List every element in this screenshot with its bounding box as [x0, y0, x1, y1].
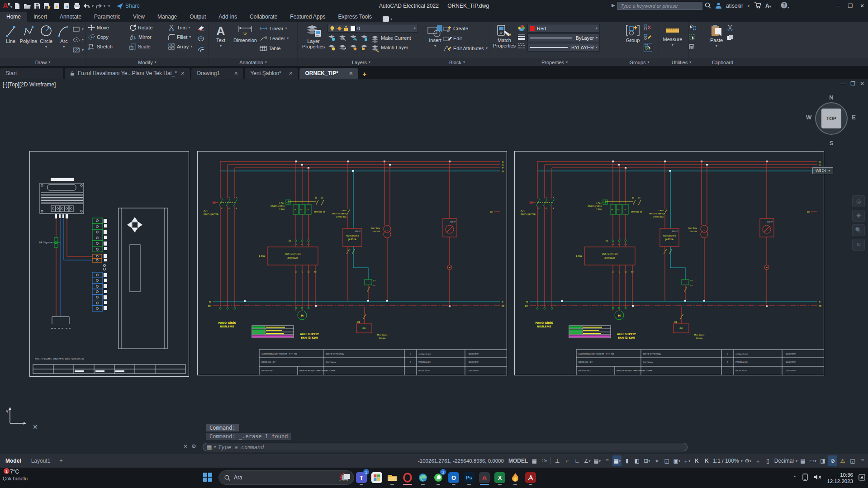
- tray-expand-icon[interactable]: ⌃: [793, 475, 797, 480]
- snap-toggle[interactable]: ∷▾: [540, 455, 549, 466]
- layer-freeze-chip-icon[interactable]: [349, 35, 357, 41]
- clock[interactable]: 10:36 12.12.2023: [827, 472, 853, 484]
- flame-app-icon[interactable]: [509, 470, 521, 485]
- new-tab-button[interactable]: +: [362, 70, 366, 79]
- lineweight-icon[interactable]: [517, 34, 526, 40]
- recent-commands-icon[interactable]: ▾: [214, 445, 216, 449]
- linetype-icon[interactable]: [517, 43, 526, 49]
- tab-home[interactable]: Home: [0, 12, 27, 22]
- mirror-button[interactable]: Mirror: [129, 33, 168, 41]
- search-collapse-icon[interactable]: ▶: [612, 3, 615, 8]
- tab-addins[interactable]: Add-ins: [212, 12, 243, 22]
- plot-icon[interactable]: [72, 1, 82, 10]
- match-layer-button[interactable]: Match Layer: [371, 43, 408, 52]
- undo-icon[interactable]: [82, 1, 92, 10]
- explode-icon[interactable]: [197, 34, 205, 43]
- ellipse-tool-icon[interactable]: ▾: [73, 35, 84, 44]
- draw-panel-label[interactable]: Draw▾: [0, 58, 86, 66]
- dynamic-ucs-toggle[interactable]: ◱: [662, 455, 671, 466]
- save-icon[interactable]: [32, 1, 42, 10]
- new-file-icon[interactable]: [12, 1, 22, 10]
- array-button[interactable]: Array▾: [168, 42, 197, 51]
- customize-command-icon[interactable]: ⚙: [191, 443, 196, 450]
- groups-panel-label[interactable]: Groups▾: [620, 58, 659, 66]
- gizmo-toggle[interactable]: ＋▾: [682, 455, 691, 466]
- selection-cycling-toggle[interactable]: ⊞▾: [642, 455, 651, 466]
- tab-view[interactable]: View: [127, 12, 151, 22]
- viewcube-top-face[interactable]: TOP: [821, 109, 841, 128]
- measure-button[interactable]: Measure▾: [661, 23, 684, 48]
- copy-clip-icon[interactable]: [727, 34, 733, 43]
- ortho-toggle[interactable]: ∟: [573, 455, 582, 466]
- tab-express-tools[interactable]: Express Tools: [332, 12, 378, 22]
- teams-icon[interactable]: T1: [356, 470, 367, 485]
- task-view-icon[interactable]: [340, 470, 352, 485]
- viewcube-east[interactable]: E: [852, 114, 856, 121]
- restore-button[interactable]: ❐: [844, 0, 856, 11]
- close-tab-icon[interactable]: ✕: [234, 71, 238, 76]
- file-tab-ornek-tip[interactable]: ORNEK_TIP*✕: [299, 68, 358, 79]
- start-button[interactable]: [203, 472, 213, 484]
- viewcube-west[interactable]: W: [806, 114, 811, 121]
- create-block-button[interactable]: Create: [443, 24, 488, 33]
- erase-icon[interactable]: [197, 24, 205, 33]
- autocad-logo-icon[interactable]: AE▾: [3, 2, 12, 10]
- quick-properties-icon[interactable]: ▤: [798, 455, 807, 466]
- lineweight-select[interactable]: ByLayer▾: [527, 33, 600, 42]
- annotation-visibility-toggle[interactable]: 𝐊: [692, 455, 701, 466]
- circle-button[interactable]: Circle▾: [38, 23, 55, 50]
- layer-off-icon[interactable]: [327, 44, 336, 51]
- new-layout-button[interactable]: +: [55, 458, 67, 464]
- layer-match-icon[interactable]: [338, 44, 346, 51]
- app-store-icon[interactable]: A▾: [765, 3, 771, 9]
- infer-constraints-toggle[interactable]: ⊥: [553, 455, 562, 466]
- ungroup-icon[interactable]: [644, 24, 652, 32]
- linetype-select[interactable]: BYLAYER▾: [527, 43, 600, 52]
- outlook-icon[interactable]: O: [448, 470, 460, 485]
- layer-select[interactable]: 0 ▾: [327, 24, 418, 33]
- drawing-canvas[interactable]: [-][Top][2D Wireframe] — ❐ ✕ .wf{stroke:…: [0, 79, 868, 454]
- autocad-taskbar-icon[interactable]: A: [479, 470, 490, 485]
- select-similar-icon[interactable]: [689, 33, 697, 42]
- close-command-icon[interactable]: ✕: [183, 443, 188, 450]
- acrobat-icon[interactable]: [525, 470, 536, 485]
- match-properties-button[interactable]: Match Properties: [491, 23, 517, 48]
- tab-collaborate[interactable]: Collaborate: [243, 12, 284, 22]
- modify-panel-label[interactable]: Modify▾: [86, 58, 209, 66]
- tab-manage[interactable]: Manage: [151, 12, 183, 22]
- excel-icon[interactable]: X: [494, 470, 506, 485]
- layer-properties-button[interactable]: Layer Properties: [299, 23, 327, 49]
- customization-icon[interactable]: ≡: [858, 455, 867, 466]
- arc-button[interactable]: Arc▾: [55, 23, 73, 50]
- cut-icon[interactable]: [727, 24, 733, 33]
- quick-access-customize-icon[interactable]: ▾: [108, 4, 110, 8]
- leader-button[interactable]: Leader▾: [260, 34, 289, 43]
- layer-thaw-icon[interactable]: [349, 44, 357, 51]
- notification-center-icon[interactable]: [859, 474, 865, 482]
- orbit-icon[interactable]: ↻: [852, 239, 865, 251]
- close-button[interactable]: ✕: [856, 0, 868, 11]
- share-button[interactable]: Share: [116, 3, 140, 9]
- stretch-button[interactable]: Stretch: [88, 42, 129, 51]
- cart-icon[interactable]: [754, 2, 761, 10]
- offset-icon[interactable]: [197, 45, 205, 53]
- hardware-acceleration-icon[interactable]: ⊘: [828, 455, 837, 466]
- fillet-button[interactable]: Fillet▾: [168, 33, 197, 41]
- layers-panel-label[interactable]: Layers▾: [298, 58, 425, 66]
- hatch-tool-icon[interactable]: ▾: [73, 46, 84, 54]
- table-button[interactable]: Table: [260, 44, 289, 52]
- opera-icon[interactable]: [402, 470, 413, 485]
- quick-calculator-icon[interactable]: [689, 43, 697, 51]
- units-dropdown[interactable]: ▾: [796, 459, 797, 463]
- group-edit-icon[interactable]: [644, 33, 652, 42]
- file-tab-yeni-sablon[interactable]: Yeni Şablon*✕: [245, 68, 298, 79]
- file-tab-fuzul[interactable]: Fuzul Havalimanı Ye...Planı Ve Tek Hat_*…: [65, 68, 190, 79]
- weather-widget[interactable]: 1 7°C Çok bulutlu: [3, 469, 28, 481]
- utilities-panel-label[interactable]: Utilities▾: [659, 58, 704, 66]
- close-tab-icon[interactable]: ✕: [349, 71, 353, 76]
- taskbar-search[interactable]: Ara: [218, 470, 354, 485]
- model-tab[interactable]: Model: [0, 458, 27, 464]
- osnap-3d-toggle[interactable]: ⌖: [652, 455, 661, 466]
- minimize-button[interactable]: –: [833, 0, 844, 11]
- tab-output[interactable]: Output: [183, 12, 212, 22]
